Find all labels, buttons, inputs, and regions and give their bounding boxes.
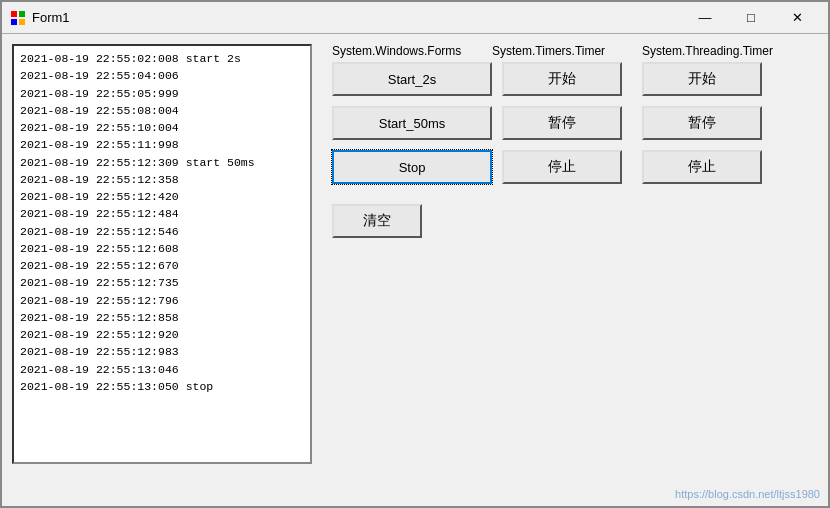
window-title: Form1: [32, 10, 682, 25]
svg-rect-3: [19, 19, 25, 25]
clear-button[interactable]: 清空: [332, 204, 422, 238]
timers-column: 开始 暂停 停止: [502, 62, 622, 184]
threading-stop-button[interactable]: 停止: [642, 150, 762, 184]
stop-button[interactable]: Stop: [332, 150, 492, 184]
svg-rect-1: [19, 11, 25, 17]
log-textbox[interactable]: 2021-08-19 22:55:02:008 start 2s2021-08-…: [12, 44, 312, 464]
minimize-button[interactable]: —: [682, 3, 728, 33]
watermark: https://blog.csdn.net/ltjss1980: [675, 488, 820, 500]
start50ms-button[interactable]: Start_50ms: [332, 106, 492, 140]
close-button[interactable]: ✕: [774, 3, 820, 33]
start2s-button[interactable]: Start_2s: [332, 62, 492, 96]
threading-pause-button[interactable]: 暂停: [642, 106, 762, 140]
buttons-area: Start_2s Start_50ms Stop 清空 开始 暂停 停止 开始: [332, 62, 822, 238]
timers-header: System.Timers.Timer: [492, 44, 642, 58]
column-headers: System.Windows.Forms System.Timers.Timer…: [332, 44, 822, 58]
maximize-button[interactable]: □: [728, 3, 774, 33]
forms-column: Start_2s Start_50ms Stop 清空: [332, 62, 492, 238]
threading-header: System.Threading.Timer: [642, 44, 822, 58]
forms-header: System.Windows.Forms: [332, 44, 492, 58]
title-bar: Form1 — □ ✕: [2, 2, 828, 34]
right-panel: System.Windows.Forms System.Timers.Timer…: [332, 44, 822, 496]
timers-stop-button[interactable]: 停止: [502, 150, 622, 184]
content-area: 2021-08-19 22:55:02:008 start 2s2021-08-…: [2, 34, 828, 506]
timers-pause-button[interactable]: 暂停: [502, 106, 622, 140]
svg-rect-0: [11, 11, 17, 17]
window-controls: — □ ✕: [682, 3, 820, 33]
clear-row: 清空: [332, 204, 492, 238]
threading-start-button[interactable]: 开始: [642, 62, 762, 96]
svg-rect-2: [11, 19, 17, 25]
timers-start-button[interactable]: 开始: [502, 62, 622, 96]
main-window: Form1 — □ ✕ 2021-08-19 22:55:02:008 star…: [0, 0, 830, 508]
app-icon: [10, 10, 26, 26]
threading-column: 开始 暂停 停止: [642, 62, 762, 184]
